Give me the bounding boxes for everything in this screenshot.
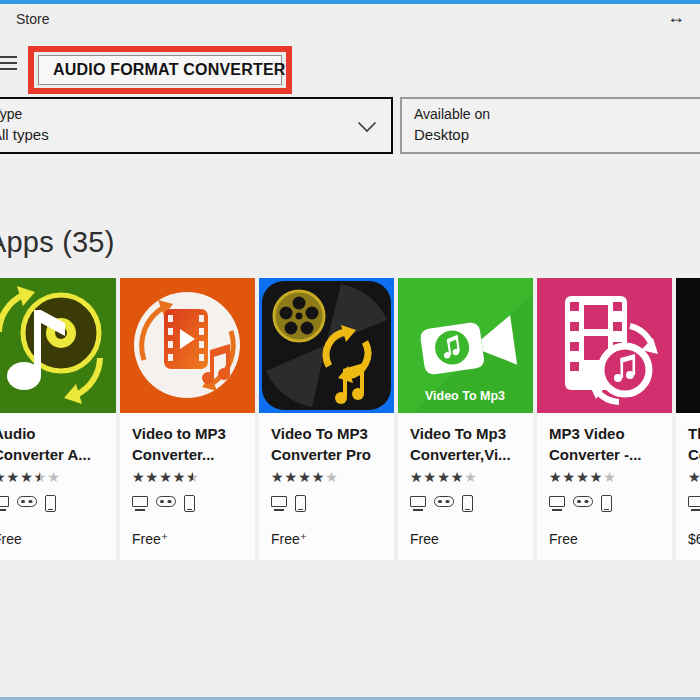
desktop-icon [549,496,565,507]
mobile-icon [184,495,195,512]
desktop-icon [0,496,9,507]
device-icons [0,492,104,512]
video-camera-note-icon: Video To Mp3 [398,278,533,413]
app-card[interactable]: Video To MP3 Converter Pro ★★★★★★★★★★ Fr… [259,278,394,560]
device-icons [132,492,243,512]
star-icon: ★★ [186,469,200,485]
app-title-line2: Converter... [132,444,243,465]
star-icon: ★★ [576,469,590,485]
star-icon: ★★ [563,469,577,485]
mobile-icon [295,495,306,512]
results-count-heading: Apps (35) [0,226,115,259]
type-filter-dropdown[interactable]: Type All types [0,97,393,154]
star-icon: ★★ [34,469,48,485]
app-price: Free⁺ [271,531,307,547]
mobile-icon [462,495,473,512]
app-card[interactable]: Video to MP3 Converter... ★★★★★★★★★★ Fre… [120,278,255,560]
star-icon: ★★ [312,469,326,485]
star-rating: ★★★★★★★★★★ [132,469,243,485]
device-icons [410,492,521,512]
audio-disc-convert-icon [0,278,116,413]
app-price: Free [0,531,22,547]
star-icon: ★★ [451,469,465,485]
star-rating: ★★★★★★★★★★ [0,469,104,485]
star-icon: ★★ [410,469,424,485]
app-title-line2: Converter Pro [271,444,382,465]
app-title-line1: MP3 Video [549,423,660,444]
mobile-icon [45,495,56,512]
hamburger-bar [0,62,17,64]
app-title-line2: Co [688,444,700,465]
desktop-icon [132,496,148,507]
app-price: Free⁺ [132,531,168,547]
star-rating: ★★★★★★★★★★ [410,469,521,485]
star-icon: ★★ [47,469,61,485]
app-title-line1: Video to MP3 [132,423,243,444]
app-results-row: Audio Converter A... ★★★★★★★★★★ Free [0,278,700,560]
device-icons [688,492,700,512]
availability-filter-value: Desktop [414,126,469,143]
availability-filter-label: Available on [414,106,490,122]
app-title-line2: Converter A... [0,444,104,465]
app-price: $6 [688,531,700,547]
app-price: Free [410,531,439,547]
app-title-line1: Video To MP3 [271,423,382,444]
hamburger-bar [0,56,17,58]
svg-text:Video To Mp3: Video To Mp3 [425,389,505,403]
availability-filter-dropdown[interactable]: Available on Desktop [400,97,700,154]
star-icon: ★★ [325,469,339,485]
star-icon: ★★ [590,469,604,485]
black-tile-icon [676,278,700,413]
app-title-line1: Audio [0,423,104,444]
chevron-down-icon [357,121,377,133]
holographic-icon [573,496,593,507]
search-input[interactable]: AUDIO FORMAT CONVERTER [38,55,282,85]
app-title: Store [16,11,49,27]
app-title-line2: Converter,Vi... [410,444,521,465]
window-top-accent-bar [0,0,700,4]
star-icon: ★★ [7,469,21,485]
app-card[interactable]: Th Co ★★★★★★★★★★ $6 [676,278,700,560]
star-icon: ★★ [603,469,617,485]
app-title-line1: Th [688,423,700,444]
device-icons [271,492,382,512]
film-notes-sync-circle-icon [120,278,255,413]
holographic-icon [17,496,37,507]
star-icon: ★★ [159,469,173,485]
app-title-line2: Converter -... [549,444,660,465]
app-card[interactable]: MP3 Video Converter -... ★★★★★★★★★★ Free [537,278,672,560]
star-icon: ★★ [464,469,478,485]
type-filter-label: Type [0,106,22,122]
desktop-icon [688,496,700,507]
desktop-icon [271,496,287,507]
star-icon: ★★ [424,469,438,485]
holographic-icon [434,496,454,507]
device-icons [549,492,660,512]
star-icon: ★★ [132,469,146,485]
mobile-icon [601,495,612,512]
star-icon: ★★ [271,469,285,485]
star-rating: ★★★★★★★★★★ [271,469,382,485]
app-card[interactable]: Video To Mp3 Video To Mp3 Converter,Vi..… [398,278,533,560]
search-query-text: AUDIO FORMAT CONVERTER [39,61,286,79]
star-rating: ★★★★★★★★★★ [549,469,660,485]
resize-window-icon[interactable]: ↔ [667,7,685,28]
star-icon: ★★ [173,469,187,485]
star-icon: ★★ [20,469,34,485]
filmstrip-note-ring-icon [537,278,672,413]
app-title-line1: Video To Mp3 [410,423,521,444]
star-icon: ★★ [549,469,563,485]
star-icon: ★★ [285,469,299,485]
star-rating: ★★★★★★★★★★ [688,469,700,485]
star-icon: ★★ [437,469,451,485]
star-icon: ★★ [146,469,160,485]
star-icon: ★★ [298,469,312,485]
annotation-highlight-box: AUDIO FORMAT CONVERTER [28,46,292,94]
desktop-icon [410,496,426,507]
app-card[interactable]: Audio Converter A... ★★★★★★★★★★ Free [0,278,116,560]
holographic-icon [156,496,176,507]
hamburger-menu-button[interactable] [0,56,17,72]
hamburger-bar [0,68,17,70]
star-icon: ★★ [688,469,700,485]
type-filter-value: All types [0,126,49,143]
